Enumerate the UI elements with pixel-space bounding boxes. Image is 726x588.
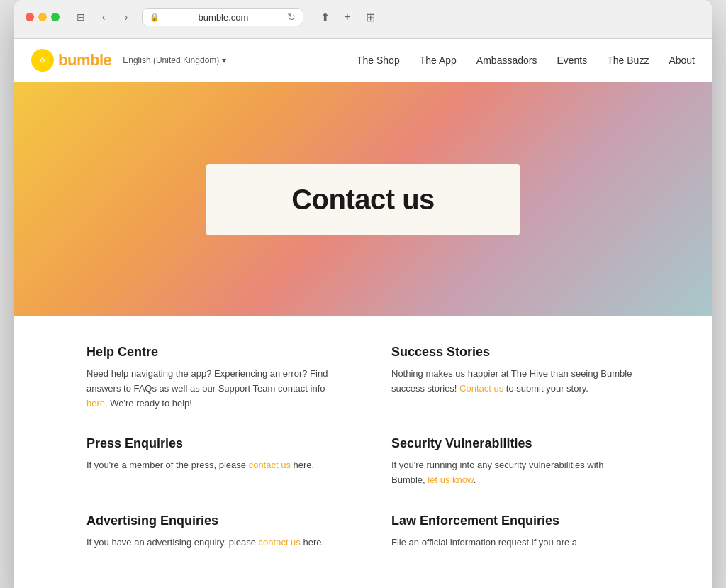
svg-point-1: [41, 59, 44, 62]
help-centre-text: Need help navigating the app? Experienci…: [86, 367, 335, 411]
site-nav: bumble English (United Kingdom) ▾ The Sh…: [14, 39, 712, 82]
help-centre-title: Help Centre: [86, 345, 335, 360]
site-logo: bumble: [31, 49, 111, 72]
success-stories-item: Success Stories Nothing makes us happier…: [363, 345, 640, 436]
security-vulnerabilities-title: Security Vulnerabilities: [391, 436, 640, 451]
traffic-lights: [26, 13, 60, 21]
browser-chrome: ⊟ ‹ › 🔒 ↻ ⬆ + ⊞: [14, 0, 712, 39]
refresh-icon[interactable]: ↻: [287, 11, 296, 23]
nav-item-about[interactable]: About: [669, 54, 695, 67]
window-controls: ⊟ ‹ ›: [71, 10, 136, 24]
site-content: bumble English (United Kingdom) ▾ The Sh…: [14, 39, 712, 588]
press-enquiries-item: Press Enquiries If you're a member of th…: [86, 436, 363, 514]
law-enforcement-item: Law Enforcement Enquiries File an offici…: [363, 514, 640, 576]
grid-view-button[interactable]: ⊞: [360, 7, 380, 27]
browser-nav: 🔒 ↻ ⬆ + ⊞: [142, 7, 380, 27]
browser-window: ⊟ ‹ › 🔒 ↻ ⬆ + ⊞: [14, 0, 712, 588]
advertising-enquiries-text: If you have an advertising enquiry, plea…: [86, 536, 335, 550]
maximize-button[interactable]: [51, 13, 60, 21]
minimize-button[interactable]: [38, 13, 47, 21]
language-selector[interactable]: English (United Kingdom) ▾: [123, 55, 226, 65]
help-centre-item: Help Centre Need help navigating the app…: [86, 345, 363, 436]
security-vulnerabilities-text: If you're running into any security vuln…: [391, 458, 640, 488]
nav-item-shop[interactable]: The Shop: [357, 54, 400, 67]
sidebar-toggle-button[interactable]: ⊟: [71, 10, 91, 24]
address-bar-container: 🔒 ↻: [142, 8, 303, 26]
law-enforcement-title: Law Enforcement Enquiries: [391, 514, 640, 528]
hero-title-box: Contact us: [206, 164, 520, 235]
security-link[interactable]: let us know: [428, 475, 473, 485]
logo-icon: [31, 49, 54, 72]
success-stories-link[interactable]: Contact us: [459, 383, 503, 394]
law-enforcement-text: File an official information request if …: [391, 536, 640, 550]
browser-actions: ⬆ + ⊞: [315, 7, 380, 27]
press-enquiries-text: If you're a member of the press, please …: [86, 458, 335, 473]
nav-item-events[interactable]: Events: [557, 54, 587, 67]
success-stories-text: Nothing makes us happier at The Hive tha…: [391, 367, 640, 396]
nav-item-app[interactable]: The App: [420, 54, 457, 67]
forward-nav-button[interactable]: ›: [116, 10, 136, 24]
browser-controls-row: ⊟ ‹ › 🔒 ↻ ⬆ + ⊞: [26, 7, 700, 27]
advertising-enquiries-item: Advertising Enquiries If you have an adv…: [86, 514, 363, 576]
press-enquiries-title: Press Enquiries: [86, 436, 335, 451]
new-tab-button[interactable]: +: [337, 7, 357, 27]
nav-links: The Shop The App Ambassadors Events The …: [357, 54, 695, 67]
help-centre-link[interactable]: here: [86, 398, 105, 409]
hero-section: Contact us: [14, 82, 712, 316]
nav-item-buzz[interactable]: The Buzz: [607, 54, 649, 67]
logo-text: bumble: [58, 51, 111, 70]
address-bar[interactable]: [164, 12, 283, 23]
content-section: Help Centre Need help navigating the app…: [14, 316, 712, 588]
success-stories-title: Success Stories: [391, 345, 640, 360]
nav-item-ambassadors[interactable]: Ambassadors: [476, 54, 537, 67]
security-icon: 🔒: [150, 13, 160, 22]
language-label: English (United Kingdom): [123, 55, 219, 65]
page-title: Contact us: [291, 184, 435, 216]
share-button[interactable]: ⬆: [315, 7, 335, 27]
close-button[interactable]: [26, 13, 34, 21]
back-nav-button[interactable]: ‹: [94, 10, 113, 24]
bumble-logo-svg: [35, 53, 50, 67]
content-grid: Help Centre Need help navigating the app…: [86, 345, 640, 576]
security-vulnerabilities-item: Security Vulnerabilities If you're runni…: [363, 436, 640, 514]
chevron-down-icon: ▾: [222, 55, 226, 65]
advertising-enquiries-title: Advertising Enquiries: [86, 514, 335, 528]
advertising-link[interactable]: contact us: [259, 537, 301, 548]
press-enquiries-link[interactable]: contact us: [249, 460, 291, 470]
